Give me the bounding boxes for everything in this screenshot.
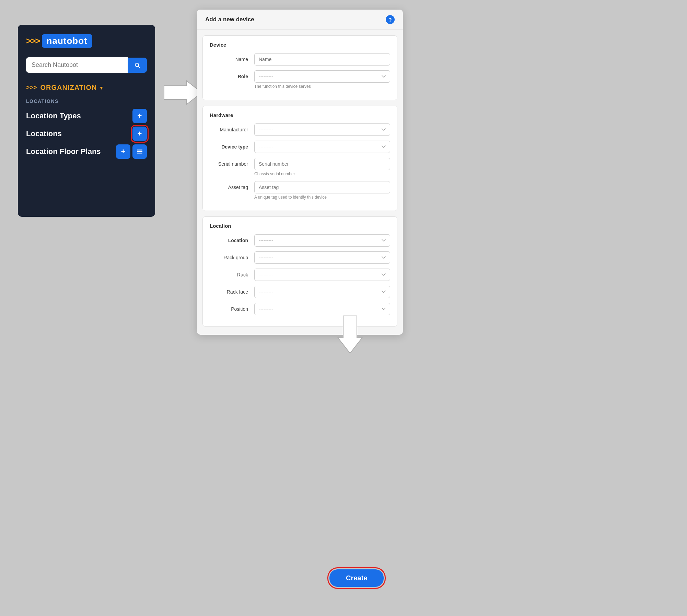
location-select[interactable]: ---------	[254, 234, 390, 247]
create-button[interactable]: Create	[329, 569, 384, 587]
modal-title: Add a new device	[205, 16, 254, 23]
manufacturer-field-row: Manufacturer ---------	[210, 123, 390, 136]
nav-item-location-floor-plans-actions: +	[116, 144, 147, 159]
nav-item-locations-label: Locations	[26, 129, 62, 138]
nav-item-location-types: Location Types +	[26, 109, 147, 123]
locations-section-header: LOCATIONS	[26, 98, 147, 104]
position-field-row: Position ---------	[210, 303, 390, 315]
serial-number-field-row: Serial number Chassis serial number	[210, 158, 390, 176]
location-control-wrap: ---------	[254, 234, 390, 247]
search-bar	[26, 57, 147, 73]
name-control-wrap	[254, 53, 390, 66]
search-input[interactable]	[26, 57, 128, 73]
name-label: Name	[210, 53, 254, 62]
rack-label: Rack	[210, 269, 254, 277]
svg-rect-0	[137, 150, 142, 151]
role-hint: The function this device serves	[254, 84, 390, 89]
logo-area: >>> nautobot	[26, 34, 147, 48]
modal-panel: Add a new device ? Device Name Role ----…	[197, 10, 403, 335]
location-label: Location	[210, 234, 254, 243]
search-icon	[134, 62, 141, 69]
device-type-field-row: Device type ---------	[210, 141, 390, 153]
svg-marker-4	[338, 316, 362, 353]
position-label: Position	[210, 303, 254, 312]
device-section: Device Name Role --------- The function …	[202, 35, 397, 100]
rack-face-select[interactable]: ---------	[254, 286, 390, 298]
nav-item-location-floor-plans: Location Floor Plans +	[26, 144, 147, 159]
nav-item-location-types-actions: +	[132, 109, 147, 123]
nav-item-location-floor-plans-label: Location Floor Plans	[26, 147, 101, 156]
rack-field-row: Rack ---------	[210, 269, 390, 281]
rack-group-field-row: Rack group ---------	[210, 251, 390, 264]
device-type-control-wrap: ---------	[254, 141, 390, 153]
rack-control-wrap: ---------	[254, 269, 390, 281]
org-label: ORGANIZATION	[40, 84, 97, 92]
svg-rect-1	[137, 151, 142, 152]
role-select[interactable]: ---------	[254, 70, 390, 83]
role-label: Role	[210, 70, 254, 79]
position-select[interactable]: ---------	[254, 303, 390, 315]
rack-group-select[interactable]: ---------	[254, 251, 390, 264]
add-location-button[interactable]: +	[132, 127, 147, 141]
modal-header: Add a new device ?	[197, 10, 403, 30]
org-chevron-icon: ▼	[99, 85, 104, 91]
add-location-floor-plan-button[interactable]: +	[116, 144, 130, 159]
hardware-section-title: Hardware	[210, 112, 390, 118]
rack-select[interactable]: ---------	[254, 269, 390, 281]
manufacturer-select[interactable]: ---------	[254, 123, 390, 136]
rack-face-control-wrap: ---------	[254, 286, 390, 298]
logo-text: nautobot	[42, 34, 92, 48]
serial-number-control-wrap: Chassis serial number	[254, 158, 390, 176]
svg-rect-2	[137, 153, 142, 154]
position-control-wrap: ---------	[254, 303, 390, 315]
help-icon[interactable]: ?	[386, 15, 395, 24]
location-section-title: Location	[210, 223, 390, 229]
manufacturer-label: Manufacturer	[210, 123, 254, 132]
name-field-row: Name	[210, 53, 390, 66]
logo-arrows-icon: >>>	[26, 36, 40, 46]
location-section: Location Location --------- Rack group -…	[202, 216, 397, 327]
role-field-row: Role --------- The function this device …	[210, 70, 390, 89]
nav-item-locations-actions: +	[132, 127, 147, 141]
serial-number-input[interactable]	[254, 158, 390, 170]
device-section-title: Device	[210, 42, 390, 48]
rack-group-label: Rack group	[210, 251, 254, 260]
asset-tag-control-wrap: A unique tag used to identify this devic…	[254, 181, 390, 200]
role-control-wrap: --------- The function this device serve…	[254, 70, 390, 89]
location-field-row: Location ---------	[210, 234, 390, 247]
rack-face-field-row: Rack face ---------	[210, 286, 390, 298]
add-location-type-button[interactable]: +	[132, 109, 147, 123]
name-input[interactable]	[254, 53, 390, 66]
rack-face-label: Rack face	[210, 286, 254, 295]
nav-item-location-types-label: Location Types	[26, 111, 81, 120]
asset-tag-field-row: Asset tag A unique tag used to identify …	[210, 181, 390, 200]
arrow-down-icon	[336, 316, 364, 355]
rack-group-control-wrap: ---------	[254, 251, 390, 264]
serial-number-label: Serial number	[210, 158, 254, 167]
device-type-select[interactable]: ---------	[254, 141, 390, 153]
hardware-section: Hardware Manufacturer --------- Device t…	[202, 106, 397, 211]
list-icon	[136, 148, 143, 155]
serial-number-hint: Chassis serial number	[254, 171, 390, 176]
create-button-wrap: Create	[329, 569, 384, 587]
org-arrows-icon: >>>	[26, 84, 37, 91]
manufacturer-control-wrap: ---------	[254, 123, 390, 136]
search-button[interactable]	[128, 58, 147, 73]
sidebar: >>> nautobot >>> ORGANIZATION ▼ LOCATION…	[18, 25, 155, 217]
asset-tag-hint: A unique tag used to identify this devic…	[254, 195, 390, 200]
org-section[interactable]: >>> ORGANIZATION ▼	[26, 84, 147, 92]
arrow-right-icon	[164, 79, 202, 108]
list-location-floor-plan-button[interactable]	[132, 144, 147, 159]
asset-tag-input[interactable]	[254, 181, 390, 193]
nav-item-locations: Locations +	[26, 127, 147, 141]
svg-marker-3	[164, 81, 202, 105]
asset-tag-label: Asset tag	[210, 181, 254, 190]
device-type-label: Device type	[210, 141, 254, 150]
